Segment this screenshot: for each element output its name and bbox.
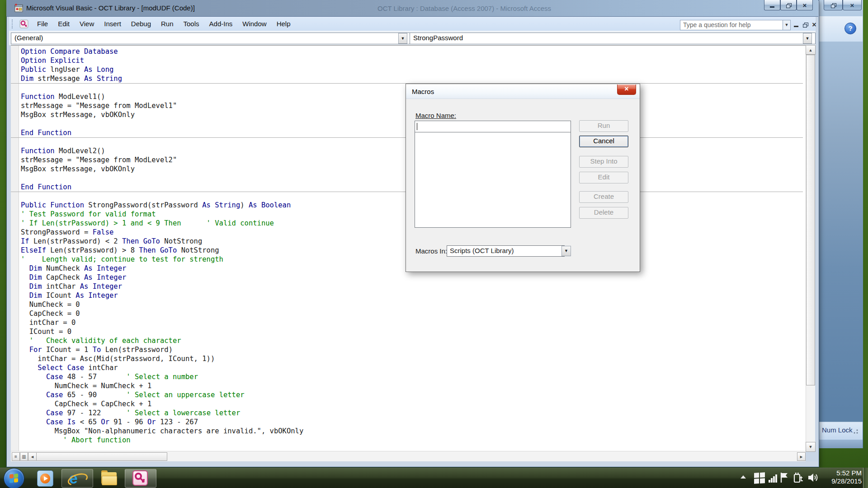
action-center-flag-icon[interactable]	[779, 472, 789, 483]
menu-view[interactable]: View	[75, 18, 99, 29]
scroll-down-icon[interactable]: ▼	[806, 442, 816, 452]
window-title: Microsoft Visual Basic - OCT Library - […	[26, 4, 195, 12]
code-line: NumCheck = 0	[21, 300, 803, 309]
vbe-caption-buttons: ×	[764, 0, 813, 10]
code-line: ' Abort function	[21, 436, 803, 445]
menu-window[interactable]: Window	[237, 18, 271, 29]
code-line: Dim intChar As Integer	[21, 282, 803, 291]
menu-items: FileEditViewInsertDebugRunToolsAdd-InsWi…	[32, 18, 295, 29]
power-plug-tray-icon[interactable]	[793, 472, 805, 483]
network-tray-icon[interactable]	[769, 474, 778, 483]
delete-button: Delete	[579, 207, 628, 219]
dialog-title: Macros	[412, 88, 434, 95]
access-restore-button[interactable]	[824, 0, 843, 10]
access-help-icon[interactable]: ?	[844, 23, 856, 34]
menu-help[interactable]: Help	[272, 18, 296, 29]
code-line: Public lngUser As Long	[21, 65, 803, 74]
menu-tools[interactable]: Tools	[179, 18, 204, 29]
macros-in-dropdown[interactable]: Scripts (OCT Library)	[447, 245, 565, 257]
access-close-button[interactable]: ×	[843, 0, 862, 10]
minimize-icon	[794, 26, 798, 27]
clock-time: 5:52 PM	[818, 469, 862, 477]
toolbar-grip-icon[interactable]	[12, 19, 15, 28]
menu-debug[interactable]: Debug	[126, 18, 156, 29]
maximize-icon	[786, 3, 791, 7]
code-line: Option Compare Database	[21, 47, 803, 56]
code-line: NumCheck = NumCheck + 1	[21, 381, 803, 390]
mdi-close-button[interactable]: ×	[810, 21, 818, 28]
clock-date: 9/28/2015	[818, 477, 862, 485]
procedure-dropdown-arrow-icon[interactable]: ▼	[803, 33, 812, 44]
taskbar-media-player-icon[interactable]	[37, 470, 53, 487]
code-line: Dim ICount As Integer	[21, 291, 803, 300]
code-line: CapCheck = 0	[21, 309, 803, 318]
procedure-view-button[interactable]: ≡	[12, 452, 20, 461]
mdi-restore-button[interactable]	[801, 21, 809, 28]
object-dropdown-arrow-icon[interactable]: ▼	[398, 33, 407, 44]
macro-list[interactable]	[415, 132, 571, 228]
vbe-window-bottom-border	[7, 461, 818, 466]
macro-name-label: Macro Name:	[415, 112, 456, 119]
menu-run[interactable]: Run	[156, 18, 179, 29]
text-caret	[417, 123, 417, 130]
help-search-dropdown-icon[interactable]: ▼	[783, 20, 791, 30]
code-line: ' Check validity of each character	[21, 336, 803, 345]
mdi-minimize-button[interactable]	[792, 21, 800, 28]
code-line: Case 48 - 57 ' Select a number	[21, 372, 803, 381]
help-search-input[interactable]: Type a question for help	[680, 20, 783, 30]
windows-update-tray-icon[interactable]	[754, 472, 765, 484]
code-line: Dim CapCheck As Integer	[21, 273, 803, 282]
scroll-up-icon[interactable]: ▲	[806, 45, 816, 55]
macro-name-input[interactable]	[415, 121, 571, 132]
access-window-bottom-border	[817, 440, 863, 448]
maximize-button[interactable]	[780, 0, 797, 10]
start-button[interactable]	[4, 468, 24, 488]
full-module-view-button[interactable]: ▥	[20, 452, 28, 461]
key-icon	[133, 471, 147, 485]
code-line: For ICount = 1 To Len(strPassword)	[21, 345, 803, 354]
procedure-dropdown[interactable]: StrongPassword	[410, 33, 816, 44]
taskbar-explorer-icon[interactable]	[101, 470, 117, 486]
num-lock-indicator: Num Lock	[822, 426, 853, 434]
macro-name-label-text: Macro Name:	[415, 112, 456, 119]
dialog-close-button[interactable]: ×	[617, 84, 636, 95]
scroll-left-icon[interactable]: ◄	[28, 452, 37, 461]
play-icon	[44, 476, 48, 481]
resize-grip-icon[interactable]	[852, 427, 859, 435]
minimize-icon	[770, 6, 774, 8]
close-button[interactable]: ×	[797, 0, 813, 10]
show-hidden-icons-button[interactable]	[741, 475, 746, 479]
code-line: Case Is < 65 Or 91 - 96 Or 123 - 267	[21, 418, 803, 427]
code-line: Case 97 - 122 ' Select a lowercase lette…	[21, 408, 803, 418]
code-line: Option Explicit	[21, 56, 803, 65]
code-margin-bar	[11, 46, 19, 451]
menu-file[interactable]: File	[32, 18, 53, 29]
show-desktop-button[interactable]	[863, 468, 868, 488]
dialog-title-bar[interactable]	[406, 84, 640, 99]
code-line: intChar = Asc(Mid(strPassword, ICount, 1…	[21, 354, 803, 363]
macros-in-label: Macros In:	[415, 247, 447, 255]
menu-insert[interactable]: Insert	[99, 18, 126, 29]
code-line: Case 65 - 90 ' Select an uppercase lette…	[21, 390, 803, 399]
access-caption-buttons: ×	[824, 0, 862, 11]
vbe-app-icon	[14, 4, 23, 12]
edit-button: Edit	[579, 172, 628, 183]
close-icon: ×	[850, 2, 854, 9]
minimize-button[interactable]	[764, 0, 780, 10]
menu-edit[interactable]: Edit	[53, 18, 75, 29]
desktop: ? Num Lock × Microsoft Visual Basic - OC…	[0, 0, 868, 488]
code-line: MsgBox "Non-alphanumeric characters are …	[21, 427, 803, 436]
object-dropdown[interactable]: (General)	[11, 33, 410, 44]
taskbar-clock[interactable]: 5:52 PM 9/28/2015	[818, 469, 862, 485]
run-button: Run	[579, 120, 628, 132]
scroll-right-icon[interactable]: ►	[797, 452, 806, 461]
access-app-icon[interactable]	[132, 470, 148, 486]
horizontal-scrollbar-thumb[interactable]	[36, 452, 167, 461]
vertical-scrollbar-thumb[interactable]	[806, 55, 815, 385]
macros-in-dropdown-arrow-icon[interactable]: ▼	[561, 246, 571, 256]
cancel-button[interactable]: Cancel	[579, 136, 628, 147]
volume-tray-icon[interactable]	[807, 472, 819, 483]
internet-explorer-icon[interactable]: e	[69, 470, 85, 486]
menu-add-ins[interactable]: Add-Ins	[204, 18, 238, 29]
step-into-button: Step Into	[579, 156, 628, 168]
